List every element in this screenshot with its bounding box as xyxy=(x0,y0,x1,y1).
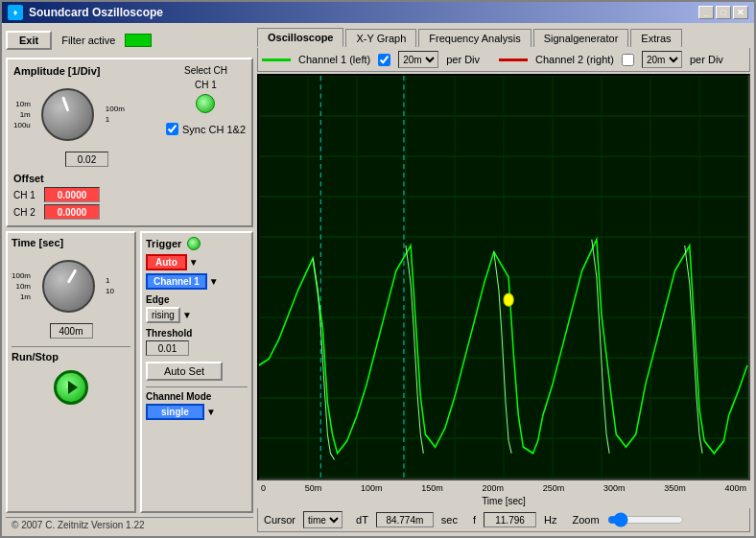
maximize-button[interactable]: □ xyxy=(716,6,731,19)
time-label-1m: 1m xyxy=(20,292,31,301)
f-label: f xyxy=(473,514,476,526)
amp-label-1: 1 xyxy=(106,115,125,124)
trigger-panel: Trigger Auto ▼ Channel 1 ▼ xyxy=(140,231,253,513)
channel-controls: Channel 1 (left) 20m per Div Channel 2 (… xyxy=(257,48,750,72)
copyright-text: © 2007 C. Zeitnitz Version 1.22 xyxy=(12,520,145,530)
x-label-300m: 300m xyxy=(603,483,626,493)
scope-svg xyxy=(259,76,748,479)
offset-ch2-input[interactable]: 0.0000 xyxy=(44,204,100,220)
play-icon xyxy=(68,381,78,394)
ch2-channel-checkbox[interactable] xyxy=(622,54,634,66)
trigger-channel-button[interactable]: Channel 1 xyxy=(146,273,207,290)
zoom-slider[interactable] xyxy=(607,512,684,527)
edge-select-button[interactable]: rising xyxy=(146,307,180,323)
f-value-input[interactable]: 11.796 xyxy=(484,512,536,527)
dt-value-input[interactable]: 84.774m xyxy=(376,512,434,527)
cursor-bar: Cursor time dT 84.774m sec f 11.796 Hz Z… xyxy=(257,508,750,532)
cursor-label: Cursor xyxy=(264,514,295,526)
edge-arrow: ▼ xyxy=(182,310,192,320)
ch1-line-indicator xyxy=(262,58,291,61)
time-knob[interactable] xyxy=(35,252,102,319)
tab-frequency-analysis[interactable]: Frequency Analysis xyxy=(418,29,531,47)
x-label-250m: 250m xyxy=(543,483,565,493)
cursor-mode-select[interactable]: time xyxy=(303,511,343,528)
f-unit: Hz xyxy=(544,514,556,526)
ch1-channel-label: Channel 1 (left) xyxy=(298,54,370,65)
x-label-150m: 150m xyxy=(421,483,443,493)
window-title: Soundcard Oszilloscope xyxy=(29,6,163,19)
trigger-auto-button[interactable]: Auto xyxy=(146,254,187,270)
amp-label-1m: 1m xyxy=(20,110,31,119)
amplitude-knob[interactable] xyxy=(35,81,102,148)
channel-mode-button[interactable]: single xyxy=(146,404,204,420)
trigger-title: Trigger xyxy=(146,238,181,249)
x-label-0: 0 xyxy=(261,483,266,493)
time-label-100m: 100m xyxy=(12,271,31,280)
time-label-10: 10 xyxy=(106,287,114,295)
ch1-label: CH 1 xyxy=(195,80,217,90)
select-ch-label: Select CH xyxy=(184,65,227,76)
run-stop-title: Run/Stop xyxy=(12,351,130,363)
filter-label: Filter active xyxy=(61,35,115,46)
dt-unit: sec xyxy=(441,514,458,526)
tab-oscilloscope[interactable]: Oscilloscope xyxy=(257,28,343,47)
minimize-button[interactable]: _ xyxy=(698,6,714,19)
mode-arrow: ▼ xyxy=(206,407,216,417)
trigger-led xyxy=(187,237,201,250)
ch2-line-indicator xyxy=(499,58,528,61)
x-label-100m: 100m xyxy=(361,483,383,493)
channel-mode-title: Channel Mode xyxy=(146,391,248,402)
offset-ch2-label: CH 2 xyxy=(13,207,40,218)
ch1-per-div-label: per Div xyxy=(446,54,480,65)
threshold-label: Threshold xyxy=(146,328,192,339)
ch1-channel-checkbox[interactable] xyxy=(378,54,390,66)
edge-label: Edge xyxy=(146,294,169,305)
ch2-per-div-select[interactable]: 20m xyxy=(642,51,682,68)
amp-label-100u: 100u xyxy=(13,121,31,129)
sync-checkbox[interactable] xyxy=(166,123,178,135)
time-label-1: 1 xyxy=(106,276,114,285)
auto-set-button[interactable]: Auto Set xyxy=(146,362,223,381)
time-title: Time [sec] xyxy=(12,237,130,248)
time-label-10m: 10m xyxy=(15,282,31,291)
threshold-input[interactable]: 0.01 xyxy=(146,340,189,356)
tab-signalgenerator[interactable]: Signalgenerator xyxy=(533,29,629,47)
ch2-channel-label: Channel 2 (right) xyxy=(535,54,614,65)
amplitude-title: Amplitude [1/Div] xyxy=(13,65,160,77)
tab-extras[interactable]: Extras xyxy=(630,29,681,47)
ch2-per-div-label: per Div xyxy=(690,54,723,65)
x-axis-title: Time [sec] xyxy=(257,496,750,506)
offset-ch1-label: CH 1 xyxy=(13,190,40,200)
time-panel: Time [sec] 100m 10m 1m xyxy=(6,231,136,513)
x-label-200m: 200m xyxy=(482,483,504,493)
exit-button[interactable]: Exit xyxy=(6,31,52,50)
trigger-auto-arrow: ▼ xyxy=(189,257,199,268)
amp-label-100m: 100m xyxy=(106,105,125,113)
close-button[interactable]: ✕ xyxy=(733,6,748,19)
tab-xy-graph[interactable]: X-Y Graph xyxy=(345,29,416,47)
scope-display xyxy=(257,74,750,480)
x-label-50m: 50m xyxy=(305,483,322,493)
x-label-350m: 350m xyxy=(664,483,686,493)
time-value-input[interactable]: 400m xyxy=(50,323,93,339)
offset-title: Offset xyxy=(13,173,44,184)
dt-label: dT xyxy=(356,514,368,526)
zoom-label: Zoom xyxy=(573,514,600,526)
amplitude-value-input[interactable]: 0.02 xyxy=(65,152,108,167)
x-axis-labels: 0 50m 100m 150m 200m 250m 300m 350m 400m xyxy=(257,482,750,494)
trigger-ch-arrow: ▼ xyxy=(209,276,219,287)
filter-indicator xyxy=(125,34,152,47)
tabs-area: Oscilloscope X-Y Graph Frequency Analysi… xyxy=(257,27,750,46)
ch1-led xyxy=(196,94,215,113)
ch1-per-div-select[interactable]: 20m xyxy=(398,51,438,68)
run-stop-button[interactable] xyxy=(54,370,88,405)
app-icon: ♦ xyxy=(8,5,23,20)
sync-label: Sync CH 1&2 xyxy=(182,124,246,135)
amplitude-panel: Amplitude [1/Div] 10m 1m 100u xyxy=(6,58,253,227)
offset-ch1-input[interactable]: 0.0000 xyxy=(44,187,100,202)
x-label-400m: 400m xyxy=(724,483,746,493)
amp-label-10m: 10m xyxy=(15,100,31,108)
svg-point-25 xyxy=(504,293,513,306)
